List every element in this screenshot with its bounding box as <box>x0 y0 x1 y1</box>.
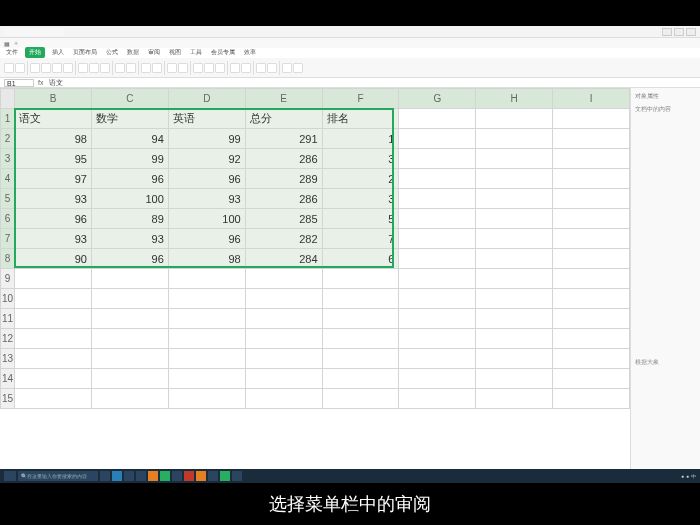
cell[interactable] <box>322 349 399 369</box>
task-icon[interactable] <box>136 471 146 481</box>
cell[interactable] <box>553 189 630 209</box>
cell[interactable] <box>92 309 169 329</box>
cell[interactable] <box>322 269 399 289</box>
cell[interactable] <box>399 269 476 289</box>
cell[interactable]: 289 <box>245 169 322 189</box>
task-icon[interactable] <box>196 471 206 481</box>
cell[interactable] <box>245 369 322 389</box>
cell[interactable]: 6 <box>322 249 399 269</box>
cell[interactable] <box>168 389 245 409</box>
col-header-c[interactable]: C <box>92 89 169 109</box>
cell[interactable] <box>476 349 553 369</box>
cell[interactable] <box>322 289 399 309</box>
cell[interactable] <box>553 289 630 309</box>
cell[interactable] <box>553 229 630 249</box>
number-format-button[interactable] <box>141 63 151 73</box>
doc-tab[interactable]: ▦ <box>4 40 10 47</box>
name-box[interactable]: B1 <box>4 79 34 87</box>
row-header[interactable]: 3 <box>1 149 15 169</box>
symbol-button[interactable] <box>293 63 303 73</box>
taskbar-search[interactable]: 🔍在这里输入你要搜索的内容 <box>18 471 98 481</box>
cell[interactable]: 95 <box>15 149 92 169</box>
tab-tools[interactable]: 工具 <box>188 47 204 58</box>
cell[interactable] <box>168 289 245 309</box>
cell[interactable]: 93 <box>15 229 92 249</box>
cell[interactable] <box>92 389 169 409</box>
cell[interactable]: 286 <box>245 189 322 209</box>
col-header-h[interactable]: H <box>476 89 553 109</box>
col-header-d[interactable]: D <box>168 89 245 109</box>
fx-icon[interactable]: fx <box>38 79 43 86</box>
task-icon[interactable] <box>172 471 182 481</box>
tab-layout[interactable]: 页面布局 <box>71 47 99 58</box>
task-icon[interactable] <box>232 471 242 481</box>
row-header[interactable]: 15 <box>1 389 15 409</box>
cell[interactable] <box>399 249 476 269</box>
formula-input[interactable]: 语文 <box>47 78 696 88</box>
cell[interactable]: 3 <box>322 189 399 209</box>
fill-button[interactable] <box>230 63 240 73</box>
cell[interactable] <box>245 349 322 369</box>
cell[interactable] <box>399 389 476 409</box>
cell[interactable] <box>399 209 476 229</box>
cell[interactable]: 2 <box>322 169 399 189</box>
task-icon[interactable] <box>220 471 230 481</box>
cell[interactable] <box>15 349 92 369</box>
cell[interactable]: 286 <box>245 149 322 169</box>
cell[interactable] <box>553 309 630 329</box>
tab-review[interactable]: 审阅 <box>146 47 162 58</box>
cell[interactable] <box>553 329 630 349</box>
cell[interactable] <box>476 249 553 269</box>
cell[interactable] <box>476 389 553 409</box>
cell[interactable] <box>399 109 476 129</box>
cell[interactable]: 93 <box>15 189 92 209</box>
cell[interactable] <box>553 269 630 289</box>
cell[interactable] <box>15 309 92 329</box>
tab-data[interactable]: 数据 <box>125 47 141 58</box>
tab-formula[interactable]: 公式 <box>104 47 120 58</box>
find-button[interactable] <box>282 63 292 73</box>
cell[interactable]: 排名 <box>322 109 399 129</box>
cell[interactable]: 100 <box>168 209 245 229</box>
col-header-e[interactable]: E <box>245 89 322 109</box>
cell[interactable]: 89 <box>92 209 169 229</box>
cell[interactable] <box>476 149 553 169</box>
cell[interactable] <box>245 309 322 329</box>
cell[interactable] <box>245 389 322 409</box>
align-center-button[interactable] <box>89 63 99 73</box>
cell[interactable] <box>322 389 399 409</box>
bold-button[interactable] <box>41 63 51 73</box>
cell[interactable] <box>399 129 476 149</box>
freeze-button[interactable] <box>267 63 277 73</box>
cell[interactable] <box>92 329 169 349</box>
cell[interactable] <box>168 349 245 369</box>
cell[interactable]: 96 <box>92 169 169 189</box>
cell[interactable] <box>15 389 92 409</box>
cell[interactable] <box>168 369 245 389</box>
cell[interactable] <box>399 289 476 309</box>
cell[interactable] <box>399 189 476 209</box>
cell[interactable]: 98 <box>15 129 92 149</box>
cell[interactable]: 284 <box>245 249 322 269</box>
cell[interactable]: 291 <box>245 129 322 149</box>
cell[interactable]: 96 <box>92 249 169 269</box>
cell[interactable]: 96 <box>15 209 92 229</box>
cell[interactable] <box>553 109 630 129</box>
cell[interactable]: 数学 <box>92 109 169 129</box>
cell[interactable] <box>92 369 169 389</box>
cell[interactable] <box>476 269 553 289</box>
maximize-button[interactable] <box>674 28 684 36</box>
align-right-button[interactable] <box>100 63 110 73</box>
cell[interactable]: 总分 <box>245 109 322 129</box>
row-header[interactable]: 11 <box>1 309 15 329</box>
cell[interactable]: 96 <box>168 169 245 189</box>
col-header-i[interactable]: I <box>553 89 630 109</box>
row-header[interactable]: 6 <box>1 209 15 229</box>
task-icon[interactable] <box>100 471 110 481</box>
cell[interactable] <box>476 329 553 349</box>
cell[interactable]: 92 <box>168 149 245 169</box>
cell[interactable]: 5 <box>322 209 399 229</box>
start-button[interactable] <box>4 471 16 481</box>
cell[interactable] <box>399 369 476 389</box>
cell[interactable] <box>553 149 630 169</box>
